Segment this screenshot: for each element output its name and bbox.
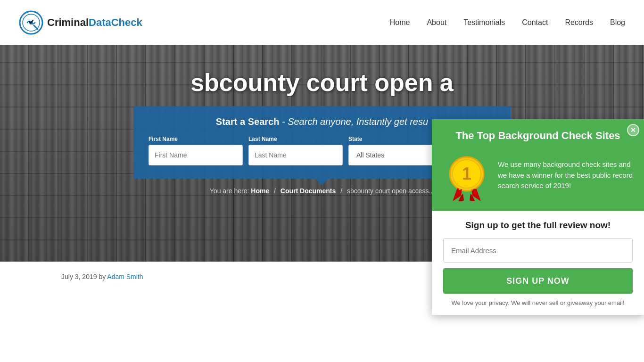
breadcrumb-sep2: / <box>340 187 342 195</box>
nav-blog[interactable]: Blog <box>610 18 625 27</box>
post-author-link[interactable]: Adam Smith <box>107 273 143 280</box>
page-title: sbcounty court open a <box>190 68 454 97</box>
last-name-input[interactable] <box>248 145 343 165</box>
medal-icon: 1 <box>443 149 490 201</box>
last-name-field-group: Last Name <box>248 136 343 165</box>
main-nav: Home About Testimonials Contact Records … <box>390 18 625 27</box>
logo[interactable]: CriminalDataCheck <box>19 10 142 35</box>
popup-header: ✕ The Top Background Check Sites 1 <box>432 119 644 211</box>
breadcrumb: You are here: Home / Court Documents / s… <box>210 179 434 203</box>
popup-overlay: ✕ The Top Background Check Sites 1 <box>432 119 644 315</box>
popup-title: The Top Background Check Sites <box>443 130 633 142</box>
breadcrumb-sep1: / <box>274 187 276 195</box>
popup-body-text: We use many background check sites and w… <box>498 159 633 191</box>
medal-container: 1 <box>443 149 490 201</box>
nav-records[interactable]: Records <box>565 18 593 27</box>
breadcrumb-current: sbcounty court open access... <box>347 187 434 195</box>
nav-about[interactable]: About <box>427 18 446 27</box>
site-header: CriminalDataCheck Home About Testimonial… <box>0 0 644 45</box>
close-button[interactable]: ✕ <box>627 124 639 136</box>
breadcrumb-home[interactable]: Home <box>251 187 269 195</box>
email-input[interactable] <box>443 238 633 263</box>
logo-text: CriminalDataCheck <box>47 16 142 29</box>
breadcrumb-prefix: You are here: <box>210 187 249 195</box>
popup-signup-title: Sign up to get the full review now! <box>443 220 633 230</box>
signup-button[interactable]: SIGN UP NOW <box>443 268 633 294</box>
svg-text:1: 1 <box>462 164 471 183</box>
first-name-label: First Name <box>149 136 243 142</box>
nav-home[interactable]: Home <box>390 18 410 27</box>
nav-testimonials[interactable]: Testimonials <box>463 18 505 27</box>
logo-icon <box>19 10 43 35</box>
popup-header-body: 1 We use many background check sites and… <box>443 149 633 201</box>
first-name-input[interactable] <box>149 145 243 165</box>
post-date: July 3, 2019 by <box>61 273 106 280</box>
popup-body: Sign up to get the full review now! SIGN… <box>432 211 644 315</box>
search-title-bold: Start a Search <box>216 116 280 127</box>
svg-line-3 <box>34 25 38 29</box>
last-name-label: Last Name <box>248 136 343 142</box>
privacy-text: We love your privacy. We will never sell… <box>443 299 633 306</box>
first-name-field-group: First Name <box>149 136 243 165</box>
search-title-desc: - Search anyone, Instantly get resu <box>282 116 428 127</box>
nav-contact[interactable]: Contact <box>522 18 548 27</box>
breadcrumb-category[interactable]: Court Documents <box>281 187 336 195</box>
